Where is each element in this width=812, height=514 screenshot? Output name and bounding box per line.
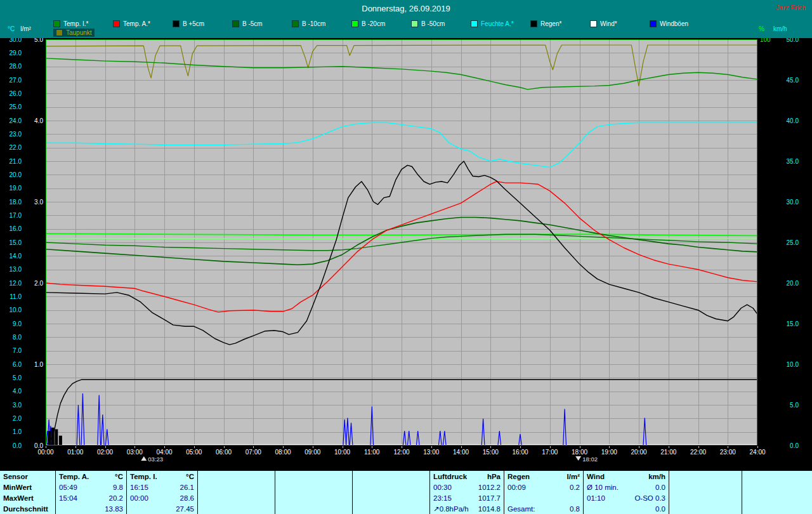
svg-text:14:00: 14:00	[453, 449, 469, 456]
x-axis-ticks	[46, 446, 758, 448]
legend-item-windboeen[interactable]: Windböen	[650, 20, 709, 27]
legend-item-b-plus5cm[interactable]: B +5cm	[173, 20, 232, 27]
legend-item-b-minus5cm[interactable]: B -5cm	[232, 20, 292, 27]
cell-text: O-SO 0.3	[634, 494, 665, 502]
svg-text:16.0: 16.0	[10, 225, 22, 232]
svg-text:01:00: 01:00	[67, 449, 83, 456]
svg-text:11.0: 11.0	[10, 293, 22, 300]
svg-text:26.0: 26.0	[10, 90, 22, 97]
cell-text: 26.1	[180, 484, 194, 491]
cell-text: 0.0	[655, 505, 665, 513]
svg-text:6.0: 6.0	[13, 361, 22, 368]
cell-text: Temp. I.	[130, 473, 157, 480]
table-cell-min-temp-a: 05:499.8	[56, 482, 127, 492]
svg-text:25.0: 25.0	[787, 239, 799, 246]
svg-text:03:23: 03:23	[148, 456, 163, 463]
svg-text:45.0: 45.0	[787, 77, 799, 84]
svg-text:13:00: 13:00	[423, 449, 439, 456]
table-cell-avg-luftdruck: ↗0.8hPa/h1014.8	[430, 503, 504, 514]
cell-text: 00:00	[130, 494, 148, 502]
table-cell-empty	[275, 492, 353, 503]
table-cell-empty	[275, 482, 353, 492]
legend-item-b-minus10cm[interactable]: B -10cm	[292, 20, 351, 27]
table-cell-empty	[742, 503, 812, 514]
svg-text:3.0: 3.0	[13, 402, 22, 409]
legend-item-b-minus50cm[interactable]: B -50cm	[411, 20, 471, 27]
cell-text: 0.0	[655, 484, 665, 491]
legend-swatch-b-minus20cm	[351, 20, 358, 27]
cell-text: hPa	[487, 473, 501, 480]
svg-text:23:00: 23:00	[720, 449, 736, 456]
table-cell-min-luftdruck: 00:301012.2	[430, 482, 504, 492]
legend-item-feuchte[interactable]: Feuchte A.*	[471, 20, 530, 27]
cell-text: Temp. A.	[59, 473, 89, 480]
legend-swatch-feuchte	[471, 20, 478, 27]
svg-text:11:00: 11:00	[364, 449, 380, 456]
svg-text:15.0: 15.0	[10, 239, 22, 246]
svg-text:28.0: 28.0	[10, 63, 22, 70]
svg-text:4.0: 4.0	[13, 388, 22, 395]
svg-text:22.0: 22.0	[10, 144, 22, 151]
svg-text:27.0: 27.0	[10, 77, 22, 84]
cell-text: 1017.7	[478, 494, 501, 502]
cell-text: 9.8	[113, 484, 123, 491]
summary-table: Sensor Temp. A.°C Temp. I.°C LuftdruckhP…	[0, 471, 812, 514]
table-cell-avg-temp-a: 13.83	[56, 503, 127, 514]
svg-text:10.0: 10.0	[787, 361, 799, 368]
cell-text: 01:10	[587, 494, 605, 502]
svg-text:19.0: 19.0	[10, 185, 22, 192]
app-window: Donnerstag, 26.09.2019 Jarz Erich °Cl/m²…	[0, 0, 812, 514]
legend-label: B -5cm	[242, 20, 263, 27]
svg-text:29.0: 29.0	[10, 49, 22, 56]
legend-item-b-minus20cm[interactable]: B -20cm	[351, 20, 411, 27]
cell-text: 05:49	[59, 484, 77, 491]
legend-swatch-temp-a	[113, 20, 120, 27]
cell-text: 16:15	[130, 484, 148, 491]
legend-row-1: Temp. I.* Temp. A.* B +5cm B -5cm B -10c…	[53, 20, 709, 27]
svg-text:17.0: 17.0	[10, 212, 22, 219]
svg-text:05:00: 05:00	[186, 449, 202, 456]
table-cell-avg-wind: 0.0	[584, 503, 669, 514]
table-cell-header-temp-a: Temp. A.°C	[56, 471, 127, 482]
cell-text: Gesamt:	[508, 505, 535, 513]
svg-text:24.0: 24.0	[10, 117, 22, 124]
svg-text:9.0: 9.0	[13, 320, 22, 327]
legend-item-regen[interactable]: Regen*	[530, 20, 590, 27]
legend-label: B +5cm	[183, 20, 204, 27]
table-row-label: Sensor	[0, 471, 56, 482]
legend-swatch-b-minus10cm	[292, 20, 299, 27]
table-cell-empty	[275, 503, 353, 514]
svg-text:23.0: 23.0	[10, 131, 22, 138]
svg-text:14.0: 14.0	[10, 253, 22, 260]
svg-text:12.0: 12.0	[10, 280, 22, 287]
table-cell-min-wind: Ø 10 min.0.0	[584, 482, 669, 492]
legend-swatch-temp-i	[53, 20, 60, 27]
svg-text:04:00: 04:00	[156, 449, 172, 456]
legend-label: Temp. A.*	[123, 20, 150, 27]
svg-text:15:00: 15:00	[483, 449, 499, 456]
legend-item-taupunkt[interactable]: Taupunkt	[53, 29, 95, 37]
legend-item-wind[interactable]: Wind*	[590, 20, 650, 27]
table-row-label: Durchschnitt	[0, 503, 56, 514]
cell-text: ↗0.8hPa/h	[433, 504, 469, 513]
legend-label: Taupunkt	[66, 29, 92, 36]
svg-text:18:00: 18:00	[572, 449, 587, 456]
legend-item-temp-a[interactable]: Temp. A.*	[113, 20, 173, 27]
legend-label: Temp. I.*	[63, 20, 88, 27]
table-cell-empty	[353, 471, 430, 482]
table-cell-max-luftdruck: 23:151017.7	[430, 492, 504, 503]
svg-text:25.0: 25.0	[10, 103, 22, 110]
table-row-label: MinWert	[0, 482, 56, 492]
svg-text:08:00: 08:00	[275, 449, 291, 456]
cell-text: Wind	[587, 473, 605, 480]
svg-text:4.0: 4.0	[34, 117, 43, 124]
axis-labels-celsius: 0.01.02.03.04.05.06.07.08.09.010.011.012…	[10, 38, 22, 449]
legend-item-temp-i[interactable]: Temp. I.*	[53, 20, 113, 27]
legend-row-2: Taupunkt	[53, 29, 95, 37]
svg-text:15.0: 15.0	[787, 320, 799, 327]
legend-label: B -20cm	[362, 20, 385, 27]
table-cell-empty	[742, 492, 812, 503]
svg-text:09:00: 09:00	[304, 449, 320, 456]
cell-text: °C	[186, 473, 194, 480]
table-cell-empty	[669, 482, 742, 492]
